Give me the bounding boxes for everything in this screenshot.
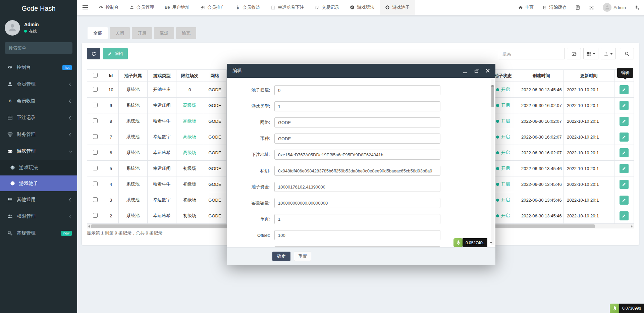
sidebar-search-input[interactable] (9, 46, 68, 51)
settings-button[interactable] (630, 0, 644, 15)
scroll-up-arrow-icon[interactable] (491, 79, 494, 87)
form-input[interactable] (274, 198, 440, 208)
row-edit-button[interactable] (620, 117, 629, 126)
refresh-button[interactable] (87, 48, 100, 59)
nav-item-label: 用户地址 (172, 4, 190, 10)
row-edit-button[interactable] (620, 180, 629, 189)
new-badge: new (61, 231, 72, 236)
clear-cache-button[interactable]: 清除缓存 (538, 0, 571, 15)
row-action-cell (614, 208, 634, 224)
row-checkbox[interactable] (93, 103, 98, 107)
home-button[interactable]: 主页 (514, 0, 538, 15)
row-owner: 系统池 (119, 129, 148, 145)
row-checkbox[interactable] (93, 197, 98, 202)
pencil-icon (622, 214, 626, 218)
form-input[interactable] (274, 182, 440, 192)
form-input[interactable] (274, 117, 440, 127)
tab-all[interactable]: 全部 (88, 27, 108, 39)
sidebar-item-finance[interactable]: 财务管理 (0, 126, 77, 143)
row-checkbox[interactable] (93, 118, 98, 123)
nav-item-member-income[interactable]: 会员收益 (230, 0, 265, 15)
nav-item-lucky-hash-bets[interactable]: 幸运哈希下注 (265, 0, 309, 15)
table-search-input[interactable] (499, 48, 565, 59)
row-checkbox[interactable] (93, 213, 98, 218)
row-checkbox[interactable] (93, 166, 98, 170)
maximize-icon (475, 70, 478, 73)
form-input[interactable] (274, 134, 440, 144)
select-all-checkbox[interactable] (93, 73, 98, 77)
columns-button[interactable] (583, 48, 598, 59)
tab-win-burst[interactable]: 赢爆 (154, 27, 174, 39)
sidebar-item-game-management[interactable]: 游戏管理 (0, 143, 77, 160)
sidebar-item-other-common[interactable]: 其他通用 (0, 191, 77, 208)
caret-down-icon[interactable] (490, 242, 492, 244)
row-checkbox[interactable] (93, 150, 98, 155)
nav-item-user-address[interactable]: Bè用户地址 (159, 0, 195, 15)
row-edit-button[interactable] (620, 211, 629, 220)
tab-open[interactable]: 开启 (132, 27, 152, 39)
row-created: 2022-06-30 16:02:07 (519, 145, 564, 161)
maximize-button[interactable] (474, 68, 479, 73)
row-edit-button[interactable] (620, 85, 629, 94)
user-menu[interactable]: Admin (598, 0, 630, 15)
row-edit-button[interactable] (620, 148, 629, 157)
row-checkbox[interactable] (93, 87, 98, 92)
chevron-left-icon (69, 99, 72, 103)
form-input[interactable] (274, 85, 440, 95)
log-button[interactable] (571, 0, 585, 15)
header-id: Id (103, 70, 119, 82)
export-button[interactable] (601, 48, 616, 59)
form-input[interactable] (274, 230, 440, 240)
search-icon (68, 46, 68, 50)
sidebar-item-console[interactable]: 控制台hot (0, 59, 77, 76)
tab-closed[interactable]: 关闭 (110, 27, 130, 39)
nav-item-member-promotion[interactable]: 会员推广 (195, 0, 230, 15)
scroll-left-arrow-icon[interactable] (87, 224, 91, 228)
row-id: 6 (103, 145, 119, 161)
nav-item-game-pool[interactable]: 游戏池子 (380, 0, 415, 15)
search-button[interactable] (620, 48, 634, 59)
form-input[interactable] (274, 166, 440, 176)
sidebar-item-members[interactable]: 会员管理 (0, 76, 77, 93)
debug-badge-page[interactable]: 0.073099s (610, 304, 644, 313)
row-action-cell (614, 161, 634, 176)
minimize-button[interactable] (463, 68, 467, 73)
row-edit-button[interactable] (620, 133, 629, 142)
nav-item-members[interactable]: 会员管理 (124, 0, 159, 15)
scroll-right-arrow-icon[interactable] (630, 224, 634, 228)
sidebar-item-member-income[interactable]: 会员收益 (0, 93, 77, 109)
sidebar-item-label: 下注记录 (17, 115, 36, 121)
close-button[interactable] (485, 68, 490, 73)
window-controls (463, 68, 490, 73)
modal-scrollbar-thumb[interactable] (491, 85, 494, 107)
fullscreen-button[interactable] (585, 0, 598, 15)
sidebar-item-game-pool[interactable]: 游戏池子 (0, 175, 77, 191)
edit-button[interactable]: 编辑 (103, 48, 128, 59)
nav-item-transactions[interactable]: 交易记录 (309, 0, 344, 15)
confirm-button[interactable]: 确定 (272, 252, 290, 261)
reset-button[interactable]: 重置 (294, 252, 311, 261)
sidebar-item-permissions[interactable]: 权限管理 (0, 208, 77, 225)
sidebar-item-game-play[interactable]: 游戏玩法 (0, 160, 77, 175)
pool-ball-icon (385, 5, 390, 10)
nav-item-console[interactable]: 控制台 (93, 0, 124, 15)
row-select-cell (87, 113, 103, 129)
chevron-left-icon (69, 198, 72, 201)
tab-lose-all[interactable]: 输完 (176, 27, 196, 39)
row-checkbox[interactable] (93, 181, 98, 186)
sidebar-item-general-settings[interactable]: 常规管理new (0, 225, 77, 242)
form-input[interactable] (274, 101, 440, 111)
nav-item-game-play[interactable]: 游戏玩法 (344, 0, 380, 15)
debug-badge-modal[interactable]: 0.052740s (453, 238, 492, 247)
row-edit-button[interactable] (620, 164, 629, 173)
sidebar-toggle-button[interactable] (77, 0, 93, 15)
row-edit-button[interactable] (620, 196, 629, 205)
sidebar-item-bet-records[interactable]: 下注记录 (0, 109, 77, 126)
partial-input[interactable] (274, 246, 440, 247)
row-checkbox[interactable] (93, 134, 98, 139)
detail-view-button[interactable] (567, 48, 581, 59)
form-input[interactable] (274, 150, 440, 160)
row-edit-button[interactable] (620, 101, 629, 110)
modal-scrollbar[interactable] (491, 79, 494, 245)
form-input[interactable] (274, 214, 440, 224)
